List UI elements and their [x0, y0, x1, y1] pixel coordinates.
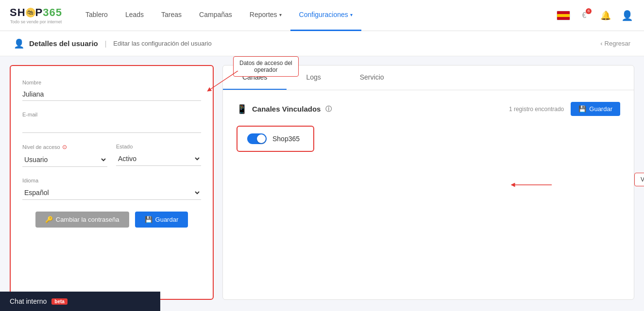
save-channels-icon: 💾	[578, 105, 586, 113]
required-icon: ⊙	[62, 144, 67, 150]
phone-icon: 📱	[237, 104, 247, 115]
currency-icon-btn[interactable]: € 6	[577, 8, 592, 23]
nav-links: Tablero Leads Tareas Campañas Reportes ▾…	[77, 0, 557, 31]
idioma-group: Idioma Español Inglés Portugués	[22, 178, 201, 200]
back-arrow-icon: ‹	[600, 40, 602, 47]
navbar: SH 🛍 P 365 Todo se vende por internet Ta…	[0, 0, 644, 31]
channels-header-right: 1 registro encontrado 💾 Guardar	[509, 102, 620, 116]
bottom-chat-bar[interactable]: Chat interno beta	[0, 292, 160, 309]
nivel-label: Nivel de acceso ⊙	[22, 144, 107, 150]
shop365-channel-card: Shop365	[237, 126, 314, 152]
nav-tablero[interactable]: Tablero	[77, 0, 117, 31]
shop365-label: Shop365	[272, 135, 300, 143]
form-actions: 🔑 Cambiar la contraseña 💾 Guardar	[22, 212, 201, 228]
estado-select[interactable]: Activo Inactivo	[116, 152, 201, 166]
logo[interactable]: SH 🛍 P 365 Todo se vende por internet	[10, 6, 62, 24]
back-label: Regresar	[605, 40, 630, 47]
nivel-estado-group: Nivel de acceso ⊙ Usuario Administrador …	[22, 144, 201, 167]
nav-tareas[interactable]: Tareas	[153, 0, 190, 31]
nav-configuraciones[interactable]: Configuraciones ▾	[290, 0, 361, 31]
beta-badge: beta	[51, 298, 68, 305]
breadcrumb-separator: |	[105, 40, 107, 48]
right-panel: Canales Logs Servicio 📱 Canales Vinculad…	[222, 65, 634, 300]
chat-interno-label: Chat interno	[10, 297, 47, 305]
nivel-col: Nivel de acceso ⊙ Usuario Administrador …	[22, 144, 107, 167]
nav-campanas[interactable]: Campañas	[190, 0, 241, 31]
channels-section-header: 📱 Canales Vinculados ⓘ 1 registro encont…	[237, 102, 620, 116]
notifications-icon-btn[interactable]: 🔔	[598, 8, 613, 23]
reportes-arrow-icon: ▾	[279, 12, 282, 17]
user-breadcrumb-icon: 👤	[14, 38, 24, 49]
nivel-estado-row: Nivel de acceso ⊙ Usuario Administrador …	[22, 144, 201, 167]
change-password-button[interactable]: 🔑 Cambiar la contraseña	[35, 212, 129, 228]
idioma-select[interactable]: Español Inglés Portugués	[22, 186, 201, 200]
breadcrumb-subtitle: Editar las configuración del usuario	[113, 40, 211, 47]
tab-canales[interactable]: Canales	[223, 65, 287, 90]
breadcrumb-title: Detalles del usuario	[29, 39, 98, 48]
estado-label: Estado	[116, 144, 201, 149]
nivel-select[interactable]: Usuario Administrador Supervisor	[22, 153, 107, 167]
user-details-panel: Nombre E-mail Nivel de acceso ⊙ Usuario …	[10, 65, 214, 300]
tab-logs[interactable]: Logs	[287, 65, 340, 90]
nombre-label: Nombre	[22, 80, 201, 85]
nav-reportes[interactable]: Reportes ▾	[241, 0, 290, 31]
save-icon: 💾	[145, 216, 153, 223]
channels-title: 📱 Canales Vinculados ⓘ	[237, 104, 332, 115]
info-icon[interactable]: ⓘ	[325, 105, 332, 114]
tab-servicio[interactable]: Servicio	[340, 65, 404, 90]
currency-badge: 6	[586, 8, 592, 14]
save-user-button[interactable]: 💾 Guardar	[135, 212, 188, 228]
key-icon: 🔑	[45, 216, 53, 223]
language-flag-icon[interactable]	[557, 11, 570, 20]
tab-canales-content: 📱 Canales Vinculados ⓘ 1 registro encont…	[223, 90, 634, 299]
main-content: Nombre E-mail Nivel de acceso ⊙ Usuario …	[0, 56, 644, 309]
back-button[interactable]: ‹ Regresar	[600, 40, 630, 47]
email-group: E-mail	[22, 112, 201, 133]
email-input[interactable]	[22, 120, 201, 133]
shop365-toggle[interactable]	[247, 133, 267, 144]
user-icon-btn[interactable]: 👤	[620, 8, 634, 23]
email-label: E-mail	[22, 112, 201, 117]
idioma-label: Idioma	[22, 178, 201, 183]
save-channels-button[interactable]: 💾 Guardar	[571, 102, 620, 116]
breadcrumb-bar: 👤 Detalles del usuario | Editar las conf…	[0, 31, 644, 56]
tabs-container: Canales Logs Servicio	[223, 65, 634, 90]
annotation-vinculacion-text: Vinculación al canal	[641, 176, 644, 183]
nav-leads[interactable]: Leads	[117, 0, 153, 31]
configuraciones-arrow-icon: ▾	[350, 12, 353, 17]
nombre-group: Nombre	[22, 80, 201, 101]
nav-right: € 6 🔔 👤	[557, 8, 634, 23]
estado-col: Estado Activo Inactivo	[116, 144, 201, 167]
record-count: 1 registro encontrado	[509, 106, 564, 113]
logo-subtitle: Todo se vende por internet	[10, 19, 62, 24]
nombre-input[interactable]	[22, 88, 201, 101]
